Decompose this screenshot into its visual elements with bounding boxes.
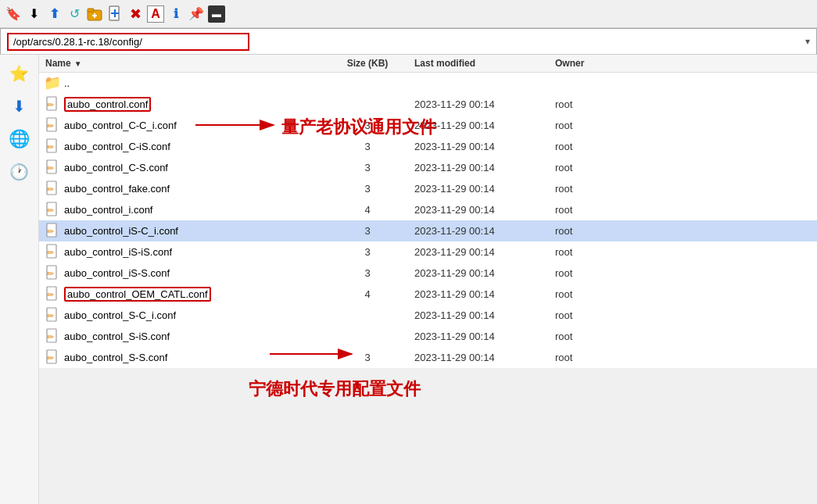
svg-text:✏: ✏ [47, 163, 55, 173]
file-icon-2: ✏ [45, 138, 59, 154]
down-arrow-icon[interactable]: ⬇ [7, 94, 32, 119]
file-icon-8: ✏ [45, 265, 59, 281]
file-row-s-is[interactable]: ✏ aubo_control_S-iS.conf 2023-11-29 00:1… [39, 326, 817, 347]
file-icon-3: ✏ [45, 159, 59, 175]
svg-text:✏: ✏ [47, 206, 55, 215]
globe-icon[interactable]: 🌐 [7, 127, 32, 152]
up-arrow-icon[interactable]: ⬆ [45, 5, 63, 23]
file-name-parent: 📁 .. [39, 75, 321, 91]
file-row-aubo-control-conf[interactable]: ✏ aubo_control.conf 2023-11-29 00:14 roo… [39, 94, 817, 115]
col-modified-header[interactable]: Last modified [414, 58, 555, 69]
col-name-sort-arrow: ▼ [74, 59, 82, 68]
svg-text:✏: ✏ [47, 227, 55, 236]
file-icon-11: ✏ [45, 328, 59, 344]
file-name-aubo-control: ✏ aubo_control.conf [39, 96, 321, 112]
svg-text:✏: ✏ [47, 269, 55, 278]
file-icon-9: ✏ [45, 286, 59, 302]
file-row-is-is[interactable]: ✏ aubo_control_iS-iS.conf 3 2023-11-29 0… [39, 241, 817, 263]
file-browser: Name ▼ Size (KB) Last modified Owner 📁 .… [39, 55, 817, 368]
file-row-c-is[interactable]: ✏ aubo_control_C-iS.conf 3 2023-11-29 00… [39, 136, 817, 157]
file-icon-1: ✏ [45, 117, 59, 133]
address-bar: ▾ [0, 28, 817, 55]
folder-new-icon[interactable] [86, 5, 103, 23]
file-row-s-c-i[interactable]: ✏ aubo_control_S-C_i.conf 2023-11-29 00:… [39, 305, 817, 326]
file-conf-icon: ✏ [45, 96, 59, 112]
col-name-label: Name [45, 58, 71, 69]
toolbar: 🔖 ⬇ ⬆ ↺ ✖ A ℹ 📌 ▬ [0, 0, 817, 28]
file-row-i[interactable]: ✏ aubo_control_i.conf 4 2023-11-29 00:14… [39, 199, 817, 220]
svg-text:✏: ✏ [47, 100, 55, 109]
file-row-fake[interactable]: ✏ aubo_control_fake.conf 3 2023-11-29 00… [39, 178, 817, 199]
file-icon-4: ✏ [45, 181, 59, 196]
star-icon[interactable]: ⭐ [7, 61, 32, 86]
download-icon[interactable]: ⬇ [25, 5, 42, 23]
new-file-icon[interactable] [106, 5, 124, 23]
svg-text:✏: ✏ [47, 332, 55, 341]
file-row-c-c-i[interactable]: ✏ aubo_control_C-C_i.conf 3 2023-11-29 0… [39, 115, 817, 136]
svg-text:✏: ✏ [47, 248, 55, 257]
col-name-header[interactable]: Name ▼ [39, 58, 321, 69]
file-row-s-s[interactable]: ✏ aubo_control_S-S.conf 3 2023-11-29 00:… [39, 347, 817, 368]
svg-text:✏: ✏ [47, 353, 55, 363]
file-row-is-s[interactable]: ✏ aubo_control_iS-S.conf 3 2023-11-29 00… [39, 263, 817, 284]
col-owner-header[interactable]: Owner [555, 58, 633, 69]
clock-icon[interactable]: 🕐 [7, 159, 32, 184]
address-input[interactable] [7, 33, 249, 51]
terminal-icon[interactable]: ▬ [208, 5, 225, 23]
delete-icon[interactable]: ✖ [127, 5, 144, 23]
svg-rect-1 [88, 9, 94, 12]
bookmark-icon[interactable]: 🔖 [5, 5, 22, 23]
file-icon-10: ✏ [45, 307, 59, 323]
text-A-icon[interactable]: A [147, 5, 164, 23]
file-icon-6: ✏ [45, 223, 59, 238]
file-row-c-s[interactable]: ✏ aubo_control_C-S.conf 3 2023-11-29 00:… [39, 157, 817, 178]
info-icon[interactable]: ℹ [167, 5, 185, 23]
address-dropdown-arrow[interactable]: ▾ [805, 36, 810, 47]
file-row-parent[interactable]: 📁 .. [39, 73, 817, 94]
svg-text:宁德时代专用配置文件: 宁德时代专用配置文件 [249, 379, 421, 399]
file-icon-5: ✏ [45, 202, 59, 217]
file-browser-wrapper: Name ▼ Size (KB) Last modified Owner 📁 .… [39, 55, 817, 504]
sidebar: ⭐ ⬇ 🌐 🕐 [0, 55, 39, 504]
column-headers: Name ▼ Size (KB) Last modified Owner [39, 55, 817, 73]
main-layout: ⭐ ⬇ 🌐 🕐 Name ▼ Size (KB) Last modified O… [0, 55, 817, 504]
folder-up-icon: 📁 [45, 75, 59, 91]
file-icon-12: ✏ [45, 349, 59, 365]
col-size-header[interactable]: Size (KB) [321, 58, 414, 69]
refresh-icon[interactable]: ↺ [66, 5, 83, 23]
file-row-oem-catl[interactable]: ✏ aubo_control_OEM_CATL.conf 4 2023-11-2… [39, 284, 817, 305]
pin-icon[interactable]: 📌 [188, 5, 205, 23]
svg-text:✏: ✏ [47, 311, 55, 320]
file-icon-7: ✏ [45, 244, 59, 259]
svg-text:✏: ✏ [47, 184, 55, 194]
svg-text:✏: ✏ [47, 142, 55, 152]
file-row-is-c-i[interactable]: ✏ aubo_control_iS-C_i.conf 3 2023-11-29 … [39, 220, 817, 241]
svg-text:✏: ✏ [47, 121, 55, 130]
svg-text:✏: ✏ [47, 290, 55, 299]
